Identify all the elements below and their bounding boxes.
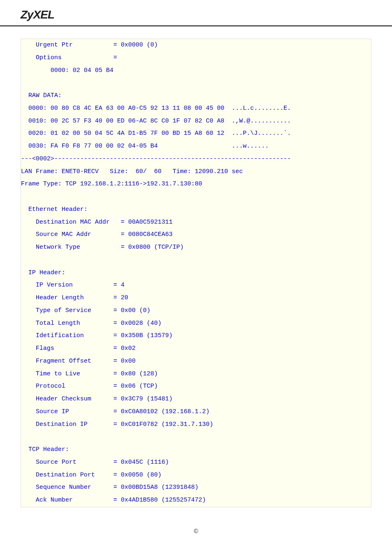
- ip-header-length: Header Length = 20: [21, 294, 128, 301]
- eth-src-mac: Source MAC Addr = 0080C84CEA63: [21, 231, 173, 238]
- lan-frame-line: LAN Frame: ENET0-RECV Size: 60/ 60 Time:…: [21, 168, 243, 175]
- brand-logo: ZyXEL: [21, 8, 54, 21]
- raw-line-0000: 0000: 00 80 C8 4C EA 63 00 A0-C5 92 13 1…: [21, 105, 291, 112]
- ip-checksum: Header Checksum = 0x3C79 (15481): [21, 395, 173, 402]
- options-line: Options =: [21, 54, 117, 61]
- tcp-ack-number: Ack Number = 0x4AD1B580 (1255257472): [21, 497, 206, 504]
- tcp-dest-port: Destination Port = 0x0050 (80): [21, 472, 161, 479]
- copyright-symbol: ©: [194, 528, 198, 534]
- tcp-header-title: TCP Header:: [21, 446, 69, 453]
- tcp-source-port: Source Port = 0x045C (1116): [21, 459, 169, 466]
- content-wrapper: Urgent Ptr = 0x0000 (0) Options = 0000: …: [0, 26, 392, 516]
- page-header: ZyXEL: [0, 0, 392, 26]
- ip-identification: Idetification = 0x350B (13579): [21, 332, 173, 339]
- raw-line-0020: 0020: 01 02 00 50 04 5C 4A D1-B5 7F 00 B…: [21, 130, 291, 137]
- ip-fragment-offset: Fragment Offset = 0x00: [21, 358, 136, 365]
- ip-source: Source IP = 0xC0A80102 (192.168.1.2): [21, 408, 210, 415]
- frame-type-line: Frame Type: TCP 192.168.1.2:1116->192.31…: [21, 180, 202, 187]
- ip-total-length: Total Length = 0x0028 (40): [21, 320, 161, 327]
- ip-protocol: Protocol = 0x06 (TCP): [21, 383, 158, 390]
- ip-tos: Type of Service = 0x00 (0): [21, 307, 150, 314]
- ip-destination: Destination IP = 0xC01F0782 (192.31.7.13…: [21, 421, 213, 428]
- raw-line-0010: 0010: 00 2C 57 F3 40 00 ED 06-AC 8C C0 1…: [21, 118, 291, 125]
- frame-divider: ---<0002>-------------------------------…: [21, 155, 291, 162]
- ip-header-title: IP Header:: [21, 269, 65, 276]
- raw-line-0030: 0030: FA F0 F8 77 00 00 02 04-05 B4 ...w…: [21, 143, 269, 150]
- eth-dst-mac: Destination MAC Addr = 00A0C5921311: [21, 219, 173, 226]
- ip-flags: Flags = 0x02: [21, 345, 136, 352]
- ethernet-header-title: Ethernet Header:: [21, 206, 88, 213]
- urgent-ptr-line: Urgent Ptr = 0x0000 (0): [21, 42, 158, 49]
- raw-data-header: RAW DATA:: [21, 92, 62, 99]
- eth-net-type: Network Type = 0x0800 (TCP/IP): [21, 244, 184, 251]
- options-bytes-line: 0000: 02 04 05 B4: [21, 67, 113, 74]
- ip-version: IP Version = 4: [21, 282, 125, 289]
- ip-ttl: Time to Live = 0x80 (128): [21, 370, 158, 377]
- page-footer: ©: [0, 516, 392, 543]
- packet-trace-box: Urgent Ptr = 0x0000 (0) Options = 0000: …: [21, 39, 371, 507]
- tcp-seq-number: Sequence Number = 0x00BD15A8 (12391848): [21, 484, 198, 491]
